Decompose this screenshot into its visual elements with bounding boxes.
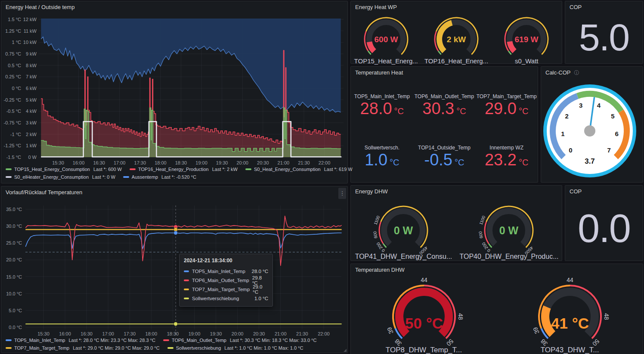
legend-swatch	[6, 168, 12, 170]
legend-item[interactable]: TOP5_Main_Inlet_TempLast *: 28.0 °C Min:…	[6, 338, 155, 343]
legend-swatch	[6, 176, 12, 178]
svg-text:20:30: 20:30	[253, 331, 265, 336]
svg-text:-0.75 °C: -0.75 °C	[4, 120, 22, 125]
svg-text:9 kW: 9 kW	[26, 51, 37, 56]
legend-swatch	[6, 347, 12, 349]
svg-text:30.0 °C: 30.0 °C	[6, 224, 22, 229]
svg-text:21:30: 21:30	[298, 160, 310, 165]
svg-text:16:00: 16:00	[73, 160, 85, 165]
legend-stats: Last *: -0.520 °C	[161, 174, 196, 180]
svg-text:18:30: 18:30	[167, 331, 179, 336]
svg-text:18:30: 18:30	[175, 160, 187, 165]
legend-item[interactable]: SollwertverschiebungLast *: 1.0 °C Min: …	[167, 345, 303, 351]
svg-text:17:30: 17:30	[124, 331, 136, 336]
legend-item[interactable]: S0_elHeater_Energy_ConsumptionLast *: 0 …	[6, 174, 115, 180]
svg-text:21:00: 21:00	[278, 160, 290, 165]
panel-title[interactable]: Energy DHW	[351, 186, 388, 198]
temperaturen-heat-stats: TOP5_Main_Inlet_Temp28.0°CTOP6_Main_Outl…	[351, 80, 538, 182]
tooltip-timestamp: 2024-12-21 18:34:00	[184, 258, 268, 264]
svg-text:0.5 °C: 0.5 °C	[8, 63, 21, 68]
svg-text:-1 °C: -1 °C	[10, 132, 21, 137]
svg-text:0: 0	[569, 146, 572, 154]
svg-text:44: 44	[567, 276, 573, 283]
svg-text:6: 6	[615, 130, 618, 137]
stat-TOP7_Main_Target_Temp: TOP7_Main_Target_Temp29.0°C	[475, 93, 538, 118]
panel-title[interactable]: COP	[565, 1, 582, 13]
svg-text:16:30: 16:30	[93, 160, 105, 165]
legend-label: S0_elHeater_Energy_Consumption	[14, 174, 89, 180]
gauge-label: TOP15_Heat_Energ...	[354, 57, 418, 65]
svg-text:0.25 °C: 0.25 °C	[5, 74, 21, 79]
svg-text:12 kW: 12 kW	[23, 17, 37, 22]
cop-value: 0.0	[565, 196, 643, 261]
svg-text:6 kW: 6 kW	[26, 86, 37, 91]
panel-title[interactable]: Temperaturen DHW	[351, 264, 405, 276]
panel-vorlauf-ruecklauf: Vorlauf/Rücklauf Temperaturen ⋮ 35.0 °C3…	[1, 186, 348, 353]
tooltip-row: TOP5_Main_Inlet_Temp28.0 °C	[184, 267, 268, 276]
svg-text:7 kW: 7 kW	[26, 74, 37, 79]
temperaturen-dhw-gauges: 383944485050 °CTOP8_DHW_Temp_T...3839444…	[351, 275, 643, 354]
legend-swatch	[245, 168, 251, 170]
svg-text:3: 3	[579, 102, 582, 109]
svg-text:0.0 °C: 0.0 °C	[9, 325, 22, 330]
svg-text:0 W: 0 W	[499, 224, 519, 236]
vorlauf-chart: 35.0 °C30.0 °C25.0 °C20.0 °C15.0 °C10.0 …	[1, 186, 347, 336]
legend-item[interactable]: TOP6_Main_Outlet_TempLast *: 30.3 °C Min…	[163, 338, 317, 343]
legend-label: TOP15_Heat_Energy_Consumption	[14, 167, 90, 172]
svg-text:-0.5 °C: -0.5 °C	[6, 109, 21, 114]
legend-item[interactable]: TOP16_Heat_Energy_ProductionLast *: 2 kW	[130, 167, 238, 172]
panel-temperaturen-dhw: Temperaturen DHW 383944485050 °CTOP8_DHW…	[350, 264, 643, 354]
stat-TOP14_Outside_Temp: TOP14_Outside_Temp-0.5°C	[413, 145, 476, 169]
tooltip-row: Sollwertverschiebung1.0 °C	[184, 294, 268, 303]
svg-text:2 kW: 2 kW	[447, 35, 466, 44]
gauge-TOP16_Heat_Energ...: 2 kWTOP16_Heat_Energ...	[424, 12, 489, 65]
legend-stats: Last *: 600 W	[93, 167, 122, 172]
legend-item[interactable]: TOP15_Heat_Energy_ConsumptionLast *: 600…	[6, 167, 122, 172]
legend-stats: Last *: 2 kW	[212, 167, 238, 172]
svg-text:44: 44	[421, 276, 427, 283]
svg-text:16:00: 16:00	[59, 331, 71, 336]
info-icon[interactable]: ⓘ	[574, 67, 579, 79]
svg-text:600: 600	[478, 231, 484, 239]
svg-text:19:30: 19:30	[210, 331, 222, 336]
panel-menu-icon[interactable]: ⋮	[338, 188, 346, 199]
legend-item[interactable]: AussentempLast *: -0.520 °C	[123, 174, 196, 180]
panel-energy-dhw: Energy DHW 0200600110045000 WTOP41_DHW_E…	[350, 185, 562, 261]
panel-energy-heat-outside-temp: Energy Heat / Outside temp 1.5 °C12 kW1.…	[1, 1, 348, 183]
panel-title[interactable]: Vorlauf/Rücklauf Temperaturen	[1, 186, 82, 199]
svg-text:600 W: 600 W	[374, 35, 398, 44]
svg-text:7: 7	[607, 146, 610, 154]
tooltip-row: TOP7_Main_Target_Temp29.0 °C	[184, 285, 268, 294]
panel-resize-handle[interactable]	[344, 349, 347, 352]
energy-heat-legend: TOP15_Heat_Energy_ConsumptionLast *: 600…	[6, 165, 353, 181]
panel-title[interactable]: Energy Heat WP	[351, 1, 397, 13]
legend-label: Aussentemp	[132, 174, 158, 180]
gauge-TOP15_Heat_Energ...: 600 WTOP15_Heat_Energ...	[354, 12, 418, 65]
svg-text:25.0 °C: 25.0 °C	[6, 240, 22, 245]
svg-text:10.0 °C: 10.0 °C	[6, 291, 22, 296]
svg-text:20.0 °C: 20.0 °C	[6, 257, 22, 262]
legend-label: TOP5_Main_Inlet_Temp	[14, 338, 65, 343]
svg-text:15.0 °C: 15.0 °C	[6, 274, 22, 279]
legend-label: TOP6_Main_Outlet_Temp	[172, 338, 226, 343]
panel-title[interactable]: COP	[565, 186, 582, 198]
legend-swatch	[6, 339, 12, 341]
svg-text:21:30: 21:30	[296, 331, 308, 336]
svg-text:2 kW: 2 kW	[26, 132, 37, 137]
panel-title[interactable]: Temperaturen Heat	[351, 67, 403, 79]
tooltip-row: TOP6_Main_Outlet_Temp29.8 °C	[184, 276, 268, 285]
panel-energy-heat-wp: Energy Heat WP 600 WTOP15_Heat_Energ...2…	[350, 1, 562, 64]
svg-text:17:00: 17:00	[114, 160, 126, 165]
svg-text:20:00: 20:00	[232, 331, 244, 336]
legend-item[interactable]: S0_Heat_Energy_ConsumptionLast *: 619 W	[245, 167, 353, 172]
legend-label: S0_Heat_Energy_Consumption	[254, 167, 321, 172]
panel-title[interactable]: Calc-COP	[545, 69, 571, 76]
gauge-label: TOP16_Heat_Energ...	[424, 57, 489, 65]
svg-text:-1.25 °C: -1.25 °C	[4, 143, 22, 148]
svg-text:4 kW: 4 kW	[26, 109, 37, 114]
legend-item[interactable]: TOP7_Main_Target_TempLast *: 29.0 °C Min…	[6, 345, 160, 351]
panel-title[interactable]: Energy Heat / Outside temp	[1, 1, 74, 13]
chart-tooltip: 2024-12-21 18:34:00 TOP5_Main_Inlet_Temp…	[179, 254, 273, 307]
svg-text:1.25 °C: 1.25 °C	[5, 28, 21, 34]
svg-text:19:00: 19:00	[189, 331, 201, 336]
